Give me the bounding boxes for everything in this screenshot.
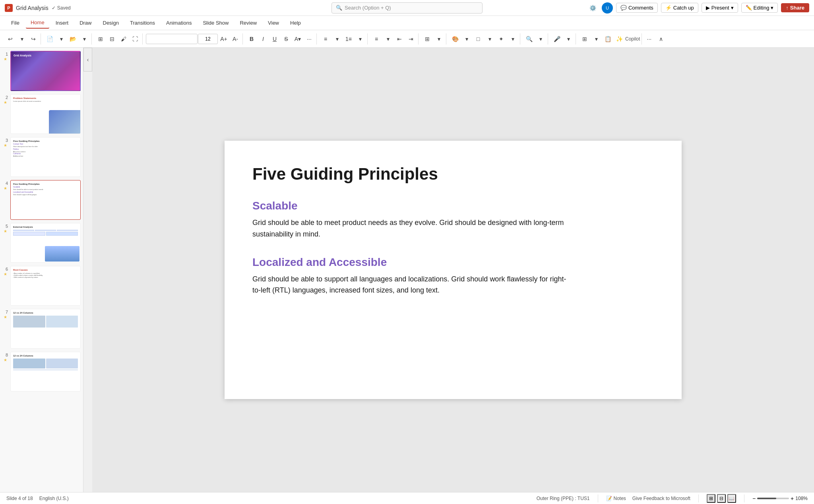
tab-animations[interactable]: Animations [161,17,196,28]
zoom-out-button[interactable]: − [752,495,756,502]
open-dropdown[interactable]: ▾ [79,33,90,45]
align-button[interactable]: ≡ [371,33,382,45]
new-slide-button[interactable]: 📄 [44,33,55,45]
tab-review[interactable]: Review [235,17,262,28]
underline-button[interactable]: U [269,33,280,45]
view-slide-sorter-btn[interactable]: ⊟ [717,494,726,503]
slide-item-5[interactable]: 5 ★ External Analysis [2,223,81,263]
toolbar-view-group: ⊞ ▾ 📋 ✨ Copilot [578,33,642,45]
panel-collapse-toggle[interactable]: ‹ [83,48,92,72]
more-btn[interactable]: ··· [304,33,315,45]
bold-button[interactable]: B [246,33,257,45]
tab-home[interactable]: Home [26,17,49,29]
shape-outline-dropdown[interactable]: ▾ [484,33,495,45]
view-normal-btn[interactable]: ⊞ [707,494,715,503]
toolbar-list-group: ≡ ▾ 1≡ ▾ [318,33,368,45]
user-avatar[interactable]: U [602,2,613,14]
undo-button[interactable]: ↩ [5,33,16,45]
search-bar[interactable]: 🔍 Search (Option + Q) [331,2,483,14]
shape-outline-button[interactable]: □ [473,33,484,45]
tab-help[interactable]: Help [285,17,306,28]
slide-thumbnail-3[interactable]: Five Guiding Principles Contact Text Sho… [10,137,81,177]
slide-item-2[interactable]: 2 ★ Problem Statements Lorem ipsum dolor… [2,94,81,134]
font-size-input[interactable] [198,34,218,44]
tab-transitions[interactable]: Transitions [125,17,160,28]
slide-thumbnail-6[interactable]: Root Causes • Any number of columns is a… [10,266,81,306]
find-button[interactable]: 🔍 [523,33,535,45]
undo-dropdown[interactable]: ▾ [16,33,27,45]
slide-thumbnail-8[interactable]: 12 vs 24 Columns [10,352,81,392]
find-dropdown[interactable]: ▾ [535,33,546,45]
notes-button[interactable]: 📝 Notes [606,496,626,501]
numbering-button[interactable]: 1≡ [343,33,354,45]
slide-item-1[interactable]: 1 ★ Grid Analysis [2,51,81,91]
slide-item-8[interactable]: 8 ★ 12 vs 24 Columns [2,352,81,392]
format-btn2[interactable]: ⊟ [107,33,118,45]
slide-thumbnail-1[interactable]: Grid Analysis [10,51,81,91]
slide-thumbnail-5[interactable]: External Analysis [10,223,81,263]
view-normal-button[interactable]: ⊞ [579,33,590,45]
arrange-button[interactable]: ⊞ [422,33,433,45]
more-toolbar-button[interactable]: ··· [643,33,655,45]
voice-dropdown[interactable]: ▾ [563,33,574,45]
settings-button[interactable]: ⚙️ [587,2,599,14]
slide-star-7: ★ [4,315,7,319]
font-color-button[interactable]: A▾ [292,33,303,45]
tab-slideshow[interactable]: Slide Show [198,17,233,28]
view-btn2[interactable]: 📋 [602,33,613,45]
indent-increase[interactable]: ⇥ [405,33,417,45]
toolbar-expand-button[interactable]: ∧ [655,33,667,45]
bullets-button[interactable]: ≡ [320,33,331,45]
catchup-button[interactable]: ⚡ Catch up [661,3,698,13]
present-button[interactable]: ▶ Present ▾ [702,3,738,13]
italic-button[interactable]: I [258,33,269,45]
format-btn1[interactable]: ⊞ [95,33,106,45]
slide-number-2: 2 [2,94,8,100]
slide-canvas[interactable]: Five Guiding Principles Scalable Grid sh… [225,141,682,399]
shape-fill-button[interactable]: 🎨 [450,33,461,45]
share-label: Share [790,5,804,11]
main-layout: 1 ★ Grid Analysis 2 ★ Problem State [0,48,814,492]
font-family-input[interactable] [146,34,198,44]
present-icon: ▶ [706,5,710,11]
shape-effects-dropdown[interactable]: ▾ [507,33,518,45]
view-reading-btn[interactable]: 📖 [727,494,736,503]
font-size-increase[interactable]: A+ [218,33,229,45]
format-btn3[interactable]: 🖌 [118,33,129,45]
tab-draw[interactable]: Draw [75,17,96,28]
indent-decrease[interactable]: ⇤ [394,33,405,45]
open-button[interactable]: 📂 [67,33,78,45]
tab-view[interactable]: View [263,17,284,28]
shape-effects-button[interactable]: ✦ [496,33,507,45]
shape-fill-dropdown[interactable]: ▾ [461,33,472,45]
slide-item-6[interactable]: 6 ★ Root Causes • Any number of columns … [2,266,81,306]
font-size-decrease[interactable]: A- [230,33,241,45]
slide-item-7[interactable]: 7 ★ 12 vs 24 Columns [2,309,81,349]
redo-button[interactable]: ↪ [28,33,39,45]
zoom-in-button[interactable]: + [791,495,794,502]
new-slide-dropdown[interactable]: ▾ [56,33,67,45]
comments-button[interactable]: 💬 Comments [616,3,658,13]
slide-item-4[interactable]: 4 ★ Five Guiding Principles Scalable Gri… [2,180,81,220]
slide-thumbnail-7[interactable]: 12 vs 24 Columns [10,309,81,349]
tab-insert[interactable]: Insert [51,17,74,28]
copilot-button[interactable]: ✨ [614,33,625,45]
slide-thumbnail-4[interactable]: Five Guiding Principles Scalable Grid sh… [10,180,81,220]
slide-thumbnail-2[interactable]: Problem Statements Lorem ipsum dolor sit… [10,94,81,134]
format-btn4[interactable]: ⛶ [130,33,141,45]
zoom-slider[interactable] [757,498,789,499]
numbering-dropdown[interactable]: ▾ [355,33,366,45]
tab-design[interactable]: Design [98,17,124,28]
slide-number-1: 1 [2,51,8,56]
align-dropdown[interactable]: ▾ [382,33,393,45]
slide-item-3[interactable]: 3 ★ Five Guiding Principles Contact Text… [2,137,81,177]
feedback-button[interactable]: Give Feedback to Microsoft [632,496,690,501]
voice-button[interactable]: 🎤 [551,33,562,45]
bullets-dropdown[interactable]: ▾ [331,33,343,45]
editing-button[interactable]: ✏️ Editing ▾ [741,3,778,13]
arrange-dropdown[interactable]: ▾ [433,33,444,45]
tab-file[interactable]: File [6,17,24,28]
view-dropdown[interactable]: ▾ [591,33,602,45]
share-button[interactable]: ↑ Share [781,3,809,12]
strikethrough-button[interactable]: S [281,33,292,45]
